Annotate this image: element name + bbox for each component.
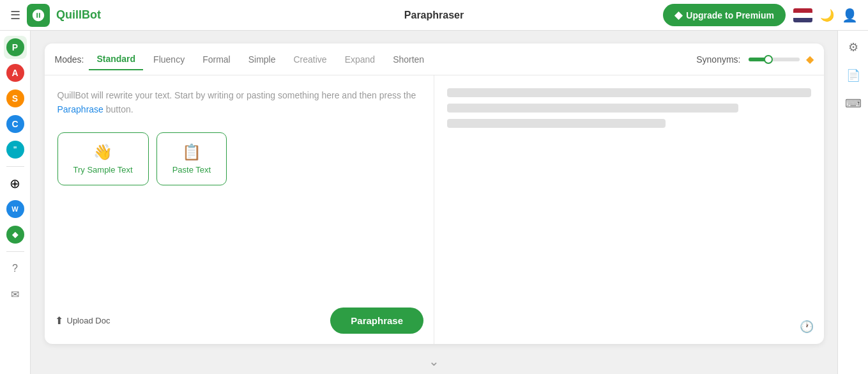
logo-text: QuillBot bbox=[56, 8, 101, 22]
sidebar-item-chrome[interactable]: ⊕ bbox=[4, 172, 27, 195]
topnav-right: ◆ Upgrade to Premium 🌙 👤 bbox=[663, 4, 858, 26]
logo-icon bbox=[27, 4, 50, 27]
modes-label: Modes: bbox=[55, 54, 84, 65]
wave-icon: 👋 bbox=[93, 143, 112, 161]
tab-fluency[interactable]: Fluency bbox=[146, 49, 192, 70]
chrome-icon: ⊕ bbox=[10, 176, 20, 191]
paraphraser-icon: P bbox=[6, 38, 24, 56]
skeleton-line-2 bbox=[447, 104, 738, 113]
modes-bar: Modes: Standard Fluency Formal Simple Cr… bbox=[45, 43, 824, 75]
sidebar-item-mail[interactable]: ✉ bbox=[4, 283, 27, 306]
synonyms-label: Synonyms: bbox=[696, 54, 740, 65]
clipboard-icon: 📋 bbox=[182, 143, 201, 161]
sidebar-item-word[interactable]: W bbox=[4, 198, 27, 221]
hamburger-button[interactable]: ☰ bbox=[10, 8, 20, 22]
sidebar-item-premium[interactable]: ◆ bbox=[4, 223, 27, 246]
sidebar-divider-2 bbox=[6, 251, 24, 252]
editor-left: QuillBot will rewrite your text. Start b… bbox=[45, 75, 435, 344]
topnav-left: ☰ QuillBot bbox=[10, 4, 101, 27]
premium-icon: ◆ bbox=[6, 226, 24, 244]
synonyms-slider[interactable]: ◆ bbox=[749, 53, 814, 65]
editor-area: QuillBot will rewrite your text. Start b… bbox=[45, 75, 824, 344]
paraphrase-button[interactable]: Paraphrase bbox=[330, 308, 423, 334]
topnav: ☰ QuillBot Paraphraser ◆ Upgrade to Prem… bbox=[0, 0, 868, 31]
notes-icon: 📄 bbox=[846, 68, 860, 82]
tab-standard[interactable]: Standard bbox=[89, 49, 143, 70]
right-sidebar-settings[interactable]: ⚙ bbox=[842, 36, 865, 59]
sample-text-label: Try Sample Text bbox=[73, 165, 133, 175]
sidebar-item-paraphraser[interactable]: P bbox=[4, 36, 27, 59]
mail-icon: ✉ bbox=[11, 288, 19, 300]
slider-track bbox=[749, 58, 800, 61]
main-layout: P A S C " ⊕ W ◆ ? ✉ bbox=[0, 31, 868, 374]
right-sidebar: ⚙ 📄 ⌨ bbox=[837, 31, 868, 374]
action-buttons: 👋 Try Sample Text 📋 Paste Text bbox=[57, 132, 422, 185]
bottom-chevron: ⌄ bbox=[429, 354, 439, 369]
upgrade-button[interactable]: ◆ Upgrade to Premium bbox=[663, 4, 786, 26]
sidebar-item-citation[interactable]: C bbox=[4, 113, 27, 136]
placeholder-end: button. bbox=[103, 104, 133, 114]
tab-formal[interactable]: Formal bbox=[195, 49, 238, 70]
summarizer-icon: S bbox=[6, 90, 24, 107]
editor-placeholder[interactable]: QuillBot will rewrite your text. Start b… bbox=[57, 88, 422, 117]
upload-icon: ⬆ bbox=[55, 315, 63, 327]
tab-creative[interactable]: Creative bbox=[286, 49, 335, 70]
paraphraser-card: Modes: Standard Fluency Formal Simple Cr… bbox=[45, 43, 824, 344]
sidebar-item-summarizer[interactable]: S bbox=[4, 87, 27, 110]
placeholder-link: Paraphrase bbox=[57, 104, 103, 114]
skeleton-line-3 bbox=[447, 119, 666, 128]
editor-right: 🕐 bbox=[434, 75, 824, 344]
sidebar-item-plagiarism[interactable]: " bbox=[4, 138, 27, 161]
keyboard-icon: ⌨ bbox=[845, 97, 862, 111]
upload-doc-button[interactable]: ⬆ Upload Doc bbox=[55, 315, 110, 327]
quillbot-logo-svg bbox=[31, 8, 45, 22]
paste-text-label: Paste Text bbox=[172, 165, 211, 175]
plagiarism-icon: " bbox=[6, 141, 24, 159]
sidebar-item-grammar[interactable]: A bbox=[4, 61, 27, 84]
user-profile-button[interactable]: 👤 bbox=[842, 8, 858, 23]
skeleton-line-1 bbox=[447, 88, 811, 97]
grammar-icon: A bbox=[6, 64, 24, 82]
dark-mode-button[interactable]: 🌙 bbox=[820, 8, 834, 22]
history-button[interactable]: 🕐 bbox=[800, 320, 814, 334]
editor-bottom: ⬆ Upload Doc Paraphrase bbox=[55, 308, 424, 334]
diamond-icon: ◆ bbox=[674, 9, 682, 21]
slider-thumb bbox=[764, 55, 773, 64]
tab-expand[interactable]: Expand bbox=[337, 49, 383, 70]
right-sidebar-notes[interactable]: 📄 bbox=[842, 64, 865, 87]
sidebar-item-help[interactable]: ? bbox=[4, 257, 27, 280]
word-icon: W bbox=[6, 200, 24, 218]
page-title: Paraphraser bbox=[404, 10, 464, 21]
sidebar-divider bbox=[6, 166, 24, 167]
left-sidebar: P A S C " ⊕ W ◆ ? ✉ bbox=[0, 31, 31, 374]
synonyms-premium-icon: ◆ bbox=[806, 53, 814, 65]
flag-icon bbox=[793, 8, 812, 22]
settings-icon: ⚙ bbox=[848, 40, 858, 54]
upload-label: Upload Doc bbox=[67, 316, 110, 325]
main-content: Modes: Standard Fluency Formal Simple Cr… bbox=[31, 31, 837, 374]
tab-simple[interactable]: Simple bbox=[241, 49, 284, 70]
paste-text-button[interactable]: 📋 Paste Text bbox=[156, 132, 227, 185]
help-icon: ? bbox=[12, 263, 18, 274]
try-sample-text-button[interactable]: 👋 Try Sample Text bbox=[57, 132, 149, 185]
placeholder-text: QuillBot will rewrite your text. Start b… bbox=[57, 90, 416, 100]
tab-shorten[interactable]: Shorten bbox=[385, 49, 432, 70]
citation-icon: C bbox=[6, 115, 24, 133]
right-sidebar-keyboard[interactable]: ⌨ bbox=[842, 92, 865, 115]
upgrade-label: Upgrade to Premium bbox=[686, 10, 774, 20]
